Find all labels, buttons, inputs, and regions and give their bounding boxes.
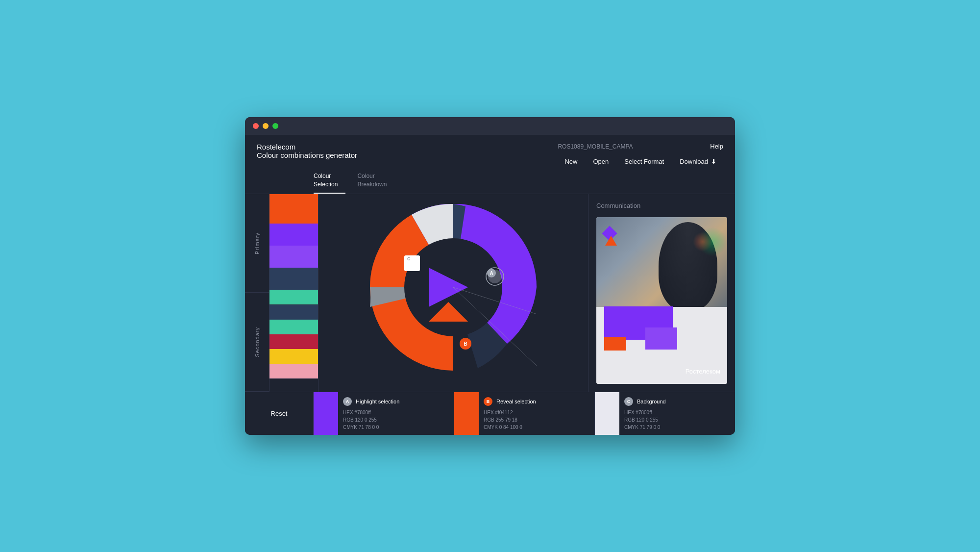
color-palette-panel: [270, 194, 318, 392]
communication-title: Communication: [596, 202, 727, 209]
project-name: ROS1089_MOBILE_CAMPA: [558, 143, 633, 150]
toolbar: New Open Select Format Download ⬇: [558, 155, 723, 168]
swatch-purple2[interactable]: [270, 246, 318, 268]
header-right: ROS1089_MOBILE_CAMPA Help New Open Selec…: [558, 143, 723, 168]
swatch-darkblue[interactable]: [270, 268, 318, 290]
minimize-button[interactable]: [263, 123, 269, 129]
maximize-button[interactable]: [272, 123, 278, 129]
color-b-details: B Reveal selection HEX #f04112 RGB 255 7…: [479, 392, 541, 435]
color-a-cmyk: CMYK 71 78 0 0: [343, 425, 399, 430]
color-c-details: C Background HEX #7800ff RGB 120 0 255 C…: [619, 392, 671, 435]
color-b-label-row: B Reveal selection: [484, 397, 536, 406]
swatch-darkblue2[interactable]: [270, 305, 318, 320]
new-button[interactable]: New: [558, 155, 584, 168]
wheel-svg: A B C: [370, 204, 537, 371]
download-icon: ⬇: [711, 158, 716, 165]
color-c-hex: HEX #7800ff: [624, 410, 666, 415]
color-a-label: Highlight selection: [356, 399, 399, 404]
color-b-label: Reveal selection: [496, 399, 536, 404]
color-info-section: A Highlight selection HEX #7800ff RGB 12…: [314, 392, 735, 435]
swatch-orange[interactable]: [270, 194, 318, 224]
color-a-badge: A: [343, 397, 352, 406]
colour-wheel[interactable]: A B C: [370, 204, 537, 371]
bottom-bar: Reset A Highlight selection HEX #7800ff …: [245, 392, 735, 435]
color-c-label: Background: [637, 399, 666, 404]
help-button[interactable]: Help: [710, 143, 723, 150]
app-subtitle: Colour combinations generator: [257, 151, 357, 159]
svg-text:C: C: [407, 256, 411, 261]
main-content: Primary Secondary: [245, 194, 735, 392]
swatch-teal2[interactable]: [270, 320, 318, 334]
orange-block: [604, 337, 626, 351]
color-b-rgb: RGB 255 79 18: [484, 417, 536, 423]
color-c-item: C Background HEX #7800ff RGB 120 0 255 C…: [595, 392, 735, 435]
color-b-badge: B: [484, 397, 492, 406]
titlebar: [245, 117, 735, 135]
color-b-item: B Reveal selection HEX #f04112 RGB 255 7…: [454, 392, 595, 435]
download-button[interactable]: Download ⬇: [673, 155, 723, 168]
color-b-swatch[interactable]: [454, 392, 479, 435]
color-a-swatch[interactable]: [314, 392, 338, 435]
bokeh-orange: [693, 232, 712, 251]
preview-image: Ростелеком: [596, 217, 727, 384]
center-panel: A B C: [318, 194, 588, 392]
color-c-label-row: C Background: [624, 397, 666, 406]
tab-colour-breakdown[interactable]: Colour Breakdown: [357, 168, 394, 194]
sidebar-primary-label: Primary: [246, 226, 268, 260]
sidebar-primary-section: Primary: [245, 194, 269, 293]
right-panel: Communication: [588, 194, 735, 392]
swatch-purple[interactable]: [270, 224, 318, 246]
color-a-rgb: RGB 120 0 255: [343, 417, 399, 423]
swatch-teal[interactable]: [270, 290, 318, 304]
close-button[interactable]: [253, 123, 259, 129]
app-window: Rostelecom Colour combinations generator…: [245, 117, 735, 435]
purple-block-2: [645, 327, 677, 350]
color-c-swatch[interactable]: [595, 392, 619, 435]
svg-rect-11: [404, 255, 420, 271]
tab-colour-selection[interactable]: Colour Selection: [314, 168, 345, 194]
color-b-hex: HEX #f04112: [484, 410, 536, 415]
header: Rostelecom Colour combinations generator…: [245, 135, 735, 168]
swatch-red[interactable]: [270, 334, 318, 349]
orange-triangle: [605, 236, 617, 246]
color-c-cmyk: CMYK 71 79 0 0: [624, 425, 666, 430]
color-a-details: A Highlight selection HEX #7800ff RGB 12…: [338, 392, 404, 435]
color-c-badge: C: [624, 397, 633, 406]
color-a-label-row: A Highlight selection: [343, 397, 399, 406]
preview-logo: Ростелеком: [686, 368, 720, 375]
svg-text:B: B: [464, 341, 467, 347]
open-button[interactable]: Open: [586, 155, 615, 168]
swatch-pink[interactable]: [270, 364, 318, 378]
sidebar-secondary-section: Secondary: [245, 293, 269, 392]
primary-palette: [270, 194, 318, 305]
select-format-button[interactable]: Select Format: [617, 155, 671, 168]
sidebar-secondary-label: Secondary: [246, 321, 268, 363]
svg-text:A: A: [490, 271, 493, 276]
app-title-area: Rostelecom Colour combinations generator: [257, 143, 357, 159]
sidebar: Primary Secondary: [245, 194, 270, 392]
reset-section: Reset: [245, 392, 314, 435]
color-a-hex: HEX #7800ff: [343, 410, 399, 415]
color-c-rgb: RGB 120 0 255: [624, 417, 666, 423]
reset-button[interactable]: Reset: [271, 410, 288, 417]
secondary-palette: [270, 305, 318, 379]
color-a-item: A Highlight selection HEX #7800ff RGB 12…: [314, 392, 454, 435]
app-brand: Rostelecom: [257, 143, 357, 151]
swatch-yellow[interactable]: [270, 349, 318, 364]
color-b-cmyk: CMYK 0 84 100 0: [484, 425, 536, 430]
